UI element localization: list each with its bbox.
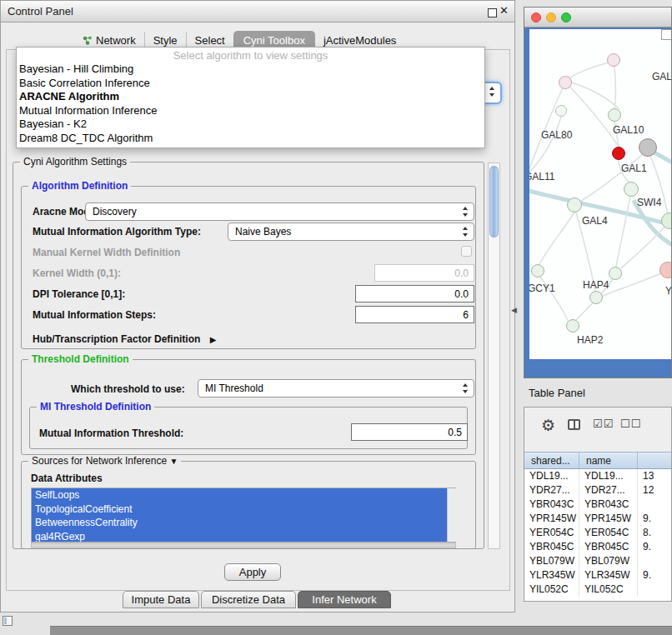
select-all-columns-icon[interactable]: ☑☑: [593, 418, 614, 430]
column-header[interactable]: name: [579, 452, 638, 468]
network-node[interactable]: [659, 262, 672, 278]
data-attributes-label: Data Attributes: [31, 472, 103, 484]
attribute-list-item[interactable]: TopologicalCoefficient: [32, 502, 447, 517]
network-node[interactable]: [567, 198, 582, 212]
algorithm-option[interactable]: Basic Correlation Inference: [17, 77, 484, 91]
tab-discretize-data[interactable]: Discretize Data: [201, 591, 296, 608]
sources-group-title[interactable]: Sources for Network Inference ▼: [28, 455, 181, 468]
attributes-list-scrollbar[interactable]: [447, 488, 456, 542]
expand-down-icon[interactable]: ▼: [169, 457, 178, 466]
dpi-tolerance-input[interactable]: [355, 285, 474, 302]
network-node[interactable]: [607, 53, 620, 67]
columns-icon[interactable]: [568, 419, 580, 430]
combo-stepper-icon: [462, 226, 469, 238]
tab-impute-data[interactable]: Impute Data: [123, 591, 199, 608]
mac-minimize-button[interactable]: [546, 12, 556, 22]
table-row[interactable]: YLR345WYLR345W9.: [524, 568, 672, 582]
table-cell: YBR043C: [524, 498, 579, 512]
deselect-all-columns-icon[interactable]: ☐☐: [620, 418, 641, 430]
table-row[interactable]: YPR145WYPR145W9.: [524, 512, 672, 526]
aracne-mode-combobox[interactable]: Discovery: [85, 202, 474, 221]
node-label: HAP2: [577, 334, 603, 346]
column-header[interactable]: [638, 452, 672, 468]
algorithm-option[interactable]: Dream8 DC_TDC Algorithm: [17, 132, 484, 146]
attribute-list-item[interactable]: gal4RGexp: [32, 530, 447, 543]
hub-definition-text: Hub/Transcription Factor Definition: [33, 333, 200, 345]
collapse-right-icon[interactable]: ▶: [210, 335, 217, 344]
apply-button[interactable]: Apply: [224, 563, 281, 581]
network-node[interactable]: [612, 147, 625, 160]
close-icon[interactable]: ✕: [499, 4, 509, 17]
dropdown-prompt: Select algorithm to view settings: [17, 48, 484, 62]
network-node[interactable]: [589, 291, 603, 304]
mi-threshold-label: Mutual Information Threshold:: [39, 428, 183, 439]
mi-type-combobox[interactable]: Naive Bayes: [228, 222, 474, 241]
table-cell: YER054C: [524, 526, 579, 540]
table-row[interactable]: YIL052CYIL052C: [524, 582, 672, 597]
table-row[interactable]: YBR043CYBR043C: [524, 498, 672, 512]
show-panel-icon[interactable]: [3, 616, 13, 626]
threshold-definition-title: Threshold Definition: [28, 353, 133, 365]
network-edges: [529, 29, 672, 359]
gear-icon[interactable]: ⚙: [541, 416, 555, 435]
node-label: GAL80: [541, 129, 572, 141]
network-corner-button[interactable]: [661, 29, 672, 40]
attribute-list-item[interactable]: BetweennessCentrality: [32, 516, 447, 530]
table-cell: YBR045C: [524, 540, 579, 554]
node-label: GAL11: [529, 171, 554, 182]
network-node[interactable]: [566, 319, 579, 332]
node-label: GAL: [652, 71, 672, 82]
combo-stepper-icon: [489, 86, 496, 98]
mac-zoom-button[interactable]: [561, 12, 571, 22]
node-table: shared...name YDL19...YDL19...13YDR27...…: [524, 452, 672, 601]
tab-network-label: Network: [96, 34, 136, 47]
dpi-tolerance-label: DPI Tolerance [0,1]:: [33, 288, 125, 300]
data-attributes-list[interactable]: SelfLoopsTopologicalCoefficientBetweenne…: [31, 488, 456, 542]
attributes-list-hscrollbar[interactable]: [31, 542, 456, 548]
network-icon: [83, 35, 93, 44]
table-row[interactable]: YDR27...YDR27...12: [524, 483, 672, 498]
table-cell: YPR145W: [579, 512, 638, 526]
column-header[interactable]: shared...: [524, 452, 579, 468]
network-node[interactable]: [555, 105, 567, 117]
table-cell: YDR27...: [524, 483, 579, 498]
table-header-row: shared...name: [524, 452, 672, 469]
status-bar: [50, 626, 672, 635]
table-cell: YLR345W: [524, 568, 579, 582]
manual-kernel-checkbox[interactable]: [461, 246, 472, 257]
network-node[interactable]: [661, 212, 672, 229]
algorithm-option[interactable]: ARACNE Algorithm: [17, 90, 484, 104]
algorithm-option[interactable]: Bayesian - K2: [17, 118, 484, 132]
network-node[interactable]: [639, 138, 657, 157]
table-cell: 12: [638, 483, 672, 498]
mi-steps-input[interactable]: [355, 306, 474, 323]
which-threshold-combobox[interactable]: MI Threshold: [198, 379, 474, 398]
network-node[interactable]: [608, 108, 621, 122]
table-row[interactable]: YBL079WYBL079W: [524, 554, 672, 568]
aracne-mode-value: Discovery: [93, 206, 137, 218]
network-node[interactable]: [559, 76, 572, 89]
tab-infer-network[interactable]: Infer Network: [298, 591, 391, 608]
settings-scrollbar-thumb[interactable]: [489, 166, 499, 238]
network-node[interactable]: [624, 182, 639, 197]
table-cell: YLR345W: [579, 568, 638, 582]
float-window-icon[interactable]: [488, 8, 497, 18]
mac-close-button[interactable]: [531, 12, 541, 22]
algorithm-option[interactable]: Bayesian - Hill Climbing: [17, 62, 484, 77]
table-cell: YDR27...: [579, 483, 638, 498]
table-row[interactable]: YBR045CYBR045C9.: [524, 540, 672, 554]
algorithm-dropdown-list: Bayesian - Hill ClimbingBasic Correlatio…: [17, 62, 484, 145]
mi-threshold-input[interactable]: [351, 423, 468, 441]
network-node[interactable]: [531, 264, 544, 278]
panel-divider-handle[interactable]: ◀: [511, 306, 517, 314]
node-label: GCY1: [529, 282, 555, 294]
attribute-list-item[interactable]: SelfLoops: [32, 488, 447, 502]
sources-title-text: Sources for Network Inference: [32, 455, 167, 467]
kernel-width-input[interactable]: [374, 264, 474, 282]
algorithm-option[interactable]: Mutual Information Inference: [17, 104, 484, 118]
table-row[interactable]: YER054CYER054C8.: [524, 526, 672, 540]
network-node[interactable]: [609, 267, 622, 280]
table-row[interactable]: YDL19...YDL19...13: [524, 469, 672, 483]
network-canvas[interactable]: GAL80GAL10GALGAL11GAL1SWI4GAL4GCY1HAP4HA…: [529, 29, 672, 359]
hub-definition-label[interactable]: Hub/Transcription Factor Definition ▶: [33, 333, 216, 345]
